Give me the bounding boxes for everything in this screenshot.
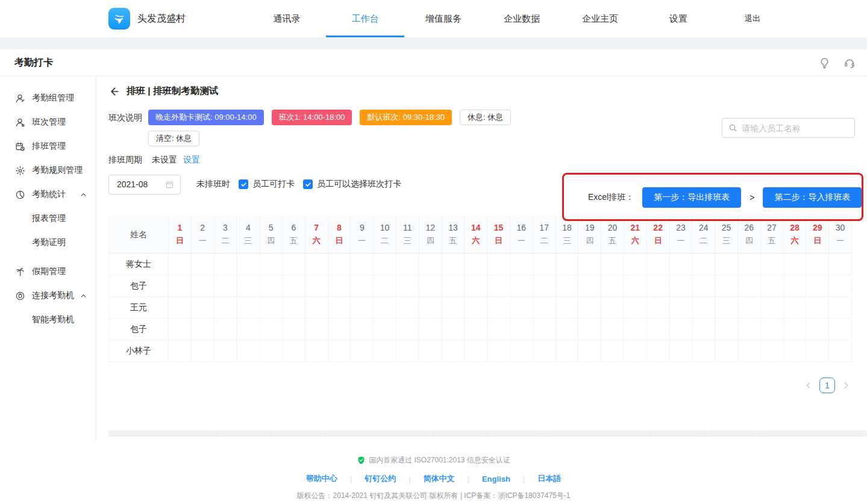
schedule-cell[interactable]: [806, 275, 829, 297]
schedule-cell[interactable]: [715, 340, 738, 362]
page-number[interactable]: 1: [819, 378, 835, 393]
nav-tab-3[interactable]: 增值服务: [404, 0, 483, 37]
schedule-cell[interactable]: [237, 297, 260, 319]
schedule-cell[interactable]: [510, 275, 533, 297]
schedule-cell[interactable]: [442, 297, 465, 319]
schedule-cell[interactable]: [556, 254, 579, 275]
schedule-cell[interactable]: [192, 275, 214, 297]
schedule-cell[interactable]: [374, 297, 396, 319]
schedule-cell[interactable]: [465, 254, 487, 275]
schedule-cell[interactable]: [784, 275, 807, 297]
schedule-cell[interactable]: [761, 340, 784, 362]
schedule-cell[interactable]: [601, 297, 624, 319]
schedule-cell[interactable]: [169, 254, 192, 275]
schedule-cell[interactable]: [351, 297, 374, 319]
schedule-cell[interactable]: [374, 254, 396, 275]
schedule-cell[interactable]: [510, 297, 533, 319]
schedule-cell[interactable]: [442, 275, 465, 297]
sidebar-item-4[interactable]: 考勤规则管理: [0, 158, 96, 182]
schedule-cell[interactable]: [784, 254, 807, 275]
schedule-cell[interactable]: [624, 275, 647, 297]
schedule-cell[interactable]: [647, 275, 670, 297]
schedule-cell[interactable]: [328, 297, 351, 319]
schedule-cell[interactable]: [601, 254, 624, 275]
schedule-cell[interactable]: [260, 297, 283, 319]
schedule-cell[interactable]: [374, 319, 396, 340]
schedule-cell[interactable]: [670, 275, 693, 297]
schedule-cell[interactable]: [192, 297, 214, 319]
schedule-cell[interactable]: [533, 254, 556, 275]
sidebar-item-2[interactable]: 班次管理: [0, 110, 96, 134]
sidebar-item-10[interactable]: 智能考勤机: [0, 308, 96, 332]
schedule-cell[interactable]: [647, 340, 670, 362]
schedule-cell[interactable]: [396, 275, 419, 297]
schedule-cell[interactable]: [237, 275, 260, 297]
schedule-cell[interactable]: [260, 275, 283, 297]
schedule-cell[interactable]: [442, 254, 465, 275]
schedule-cell[interactable]: [260, 340, 283, 362]
schedule-cell[interactable]: [647, 297, 670, 319]
schedule-cell[interactable]: [214, 275, 237, 297]
schedule-cell[interactable]: [510, 319, 533, 340]
footer-link-3[interactable]: 简体中文: [424, 473, 455, 484]
schedule-cell[interactable]: [192, 340, 214, 362]
schedule-cell[interactable]: [533, 297, 556, 319]
schedule-cell[interactable]: [806, 297, 829, 319]
schedule-cell[interactable]: [578, 275, 601, 297]
schedule-cell[interactable]: [533, 319, 556, 340]
schedule-cell[interactable]: [305, 297, 328, 319]
nav-tab-5[interactable]: 企业主页: [561, 0, 639, 37]
schedule-cell[interactable]: [715, 275, 738, 297]
footer-link-4[interactable]: English: [482, 474, 510, 484]
schedule-cell[interactable]: [260, 319, 283, 340]
nav-tab-6[interactable]: 设置: [639, 0, 718, 37]
schedule-cell[interactable]: [351, 254, 374, 275]
schedule-cell[interactable]: [510, 340, 533, 362]
schedule-cell[interactable]: [419, 275, 442, 297]
schedule-cell[interactable]: [305, 340, 328, 362]
schedule-cell[interactable]: [578, 297, 601, 319]
logout-button[interactable]: 退出: [722, 13, 783, 24]
schedule-cell[interactable]: [647, 319, 670, 340]
schedule-cell[interactable]: [283, 297, 305, 319]
schedule-cell[interactable]: [192, 319, 214, 340]
schedule-cell[interactable]: [806, 340, 829, 362]
schedule-cell[interactable]: [784, 340, 807, 362]
chevron-up-icon[interactable]: [80, 293, 87, 299]
schedule-cell[interactable]: [419, 319, 442, 340]
back-arrow-icon[interactable]: [108, 86, 121, 98]
schedule-cell[interactable]: [328, 340, 351, 362]
schedule-cell[interactable]: [487, 275, 510, 297]
schedule-cell[interactable]: [283, 319, 305, 340]
horizontal-scrollbar[interactable]: [108, 431, 867, 437]
schedule-cell[interactable]: [374, 340, 396, 362]
schedule-cell[interactable]: [351, 319, 374, 340]
schedule-cell[interactable]: [533, 340, 556, 362]
schedule-cell[interactable]: [556, 297, 579, 319]
schedule-cell[interactable]: [738, 340, 761, 362]
schedule-cell[interactable]: [214, 340, 237, 362]
schedule-cell[interactable]: [396, 297, 419, 319]
schedule-cell[interactable]: [829, 319, 852, 340]
schedule-cell[interactable]: [556, 340, 579, 362]
prev-page-icon[interactable]: [804, 381, 813, 390]
sidebar-item-9[interactable]: 连接考勤机: [0, 284, 96, 308]
schedule-cell[interactable]: [283, 340, 305, 362]
schedule-cell[interactable]: [624, 340, 647, 362]
schedule-cell[interactable]: [465, 297, 487, 319]
schedule-cell[interactable]: [374, 275, 396, 297]
schedule-cell[interactable]: [419, 254, 442, 275]
schedule-cell[interactable]: [624, 319, 647, 340]
schedule-cell[interactable]: [396, 254, 419, 275]
schedule-cell[interactable]: [465, 319, 487, 340]
schedule-cell[interactable]: [328, 254, 351, 275]
employee-search[interactable]: [722, 118, 855, 138]
schedule-cell[interactable]: [487, 297, 510, 319]
schedule-cell[interactable]: [169, 319, 192, 340]
sidebar-item-1[interactable]: 考勤组管理: [0, 86, 96, 110]
schedule-cell[interactable]: [761, 297, 784, 319]
schedule-cell[interactable]: [829, 340, 852, 362]
schedule-cell[interactable]: [465, 340, 487, 362]
schedule-cell[interactable]: [419, 340, 442, 362]
schedule-cell[interactable]: [237, 254, 260, 275]
